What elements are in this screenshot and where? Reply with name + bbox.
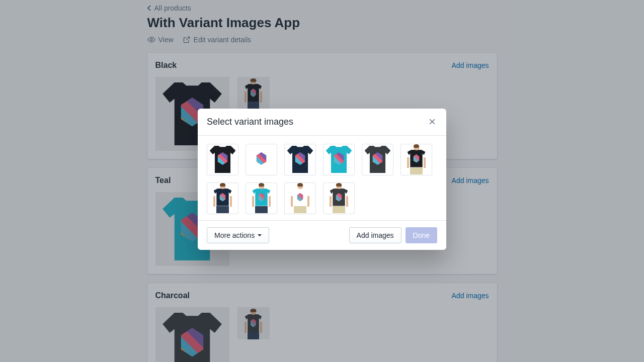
image-option[interactable] [400,144,432,175]
modal-title: Select variant images [207,117,293,127]
modal-done-button[interactable]: Done [406,227,437,243]
image-option[interactable] [207,144,238,175]
image-option[interactable] [284,183,316,214]
modal-body [198,136,446,220]
close-icon [428,118,436,126]
more-actions-label: More actions [214,231,255,239]
modal-close-button[interactable] [427,117,437,127]
modal-add-images-label: Add images [357,231,394,239]
more-actions-button[interactable]: More actions [207,227,269,243]
modal-footer: More actions Add images Done [198,220,446,250]
modal-thumbnail-grid [207,144,437,214]
image-option[interactable] [284,144,316,175]
image-option[interactable] [246,183,277,214]
image-option[interactable] [362,144,393,175]
image-option[interactable] [207,183,238,214]
modal-overlay[interactable]: Select variant images [0,0,644,362]
modal-header: Select variant images [198,109,446,136]
image-option[interactable] [323,144,355,175]
modal-done-label: Done [413,231,430,239]
image-option[interactable] [323,183,355,214]
modal-add-images-button[interactable]: Add images [349,227,401,243]
image-option[interactable] [246,144,277,175]
select-images-modal: Select variant images [198,109,446,250]
